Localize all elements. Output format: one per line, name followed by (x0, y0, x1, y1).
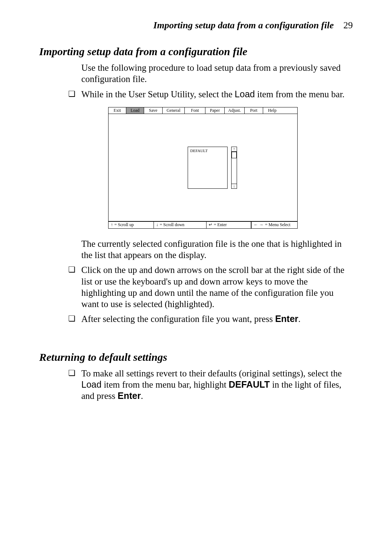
menu-adjust[interactable]: Adjust. (225, 107, 245, 114)
section-body: Use the following procedure to load setu… (81, 62, 353, 85)
status-menu-select-text: = Menu Select (265, 222, 290, 228)
running-head-page: 29 (343, 20, 353, 30)
step-1-pre: While in the User Setup Utility, select … (81, 89, 235, 99)
scroll-down-button[interactable]: ↓ (231, 184, 237, 189)
status-scroll-up-text: = Scroll up (114, 222, 134, 228)
menubar: Exit Load Save General Font Paper Adjust… (108, 107, 298, 114)
step-1-post: item from the menu bar. (255, 89, 344, 99)
scroll-track[interactable] (231, 152, 237, 184)
status-scroll-up: ↑ = Scroll up (109, 222, 154, 228)
page: Importing setup data from a configuratio… (0, 0, 392, 555)
listbox-option-default[interactable]: DEFAULT (188, 147, 227, 154)
step-default-a: To make all settings revert to their def… (81, 368, 342, 378)
step-3-pre: After selecting the configuration file y… (81, 314, 275, 324)
menu-general[interactable]: General (163, 107, 185, 114)
section-title-returning: Returning to default settings (39, 351, 353, 363)
enter-key-icon: ↵ (209, 222, 212, 228)
scroll-up-button[interactable]: ↑ (231, 147, 237, 152)
steps-list-2: Click on the up and down arrows on the s… (68, 264, 353, 325)
step-default: To make all settings revert to their def… (68, 368, 353, 402)
status-scroll-down: ↓ = Scroll down (154, 222, 207, 228)
menu-save[interactable]: Save (144, 107, 163, 114)
step-default-b: item from the menu bar, highlight (102, 380, 229, 389)
steps-list-1: While in the User Setup Utility, select … (68, 89, 353, 100)
status-enter: ↵ = Enter (207, 222, 251, 228)
menu-help[interactable]: Help (263, 107, 281, 114)
after-figure-body: The currently selected configuration fil… (81, 238, 353, 261)
figure-app-window: Exit Load Save General Font Paper Adjust… (108, 107, 298, 229)
step-3-post: . (298, 314, 301, 324)
arrow-down-icon: ↓ (233, 184, 235, 188)
arrow-up-icon: ↑ (111, 222, 113, 228)
menu-font[interactable]: Font (185, 107, 205, 114)
step-default-default: DEFAULT (229, 379, 270, 389)
config-file-listbox[interactable]: DEFAULT (188, 147, 228, 189)
scroll-thumb[interactable] (232, 152, 237, 158)
arrow-up-icon: ↑ (233, 147, 235, 151)
section-title-importing: Importing setup data from a configuratio… (39, 45, 353, 58)
step-1-load: Load (235, 89, 255, 99)
figure: Exit Load Save General Font Paper Adjust… (108, 107, 298, 229)
menu-exit[interactable]: Exit (109, 107, 126, 114)
status-menu-select: ← → = Menu Select (252, 222, 307, 228)
running-head-title: Importing setup data from a configuratio… (154, 20, 334, 30)
step-default-enter: Enter (118, 391, 141, 401)
arrow-down-icon: ↓ (156, 222, 158, 228)
figure-canvas: DEFAULT ↑ ↓ (108, 114, 298, 221)
after-figure-text: The currently selected configuration fil… (81, 238, 353, 261)
status-scroll-down-text: = Scroll down (160, 222, 184, 228)
step-default-load: Load (81, 379, 102, 389)
status-enter-text: = Enter (214, 222, 227, 228)
menu-paper[interactable]: Paper (205, 107, 225, 114)
step-3: After selecting the configuration file y… (68, 313, 353, 325)
running-head: Importing setup data from a configuratio… (39, 20, 353, 31)
left-right-arrows-icon: ← → (254, 222, 264, 228)
steps-list-3: To make all settings revert to their def… (68, 368, 353, 402)
listbox-scrollbar[interactable]: ↑ ↓ (231, 147, 237, 189)
statusbar: ↑ = Scroll up ↓ = Scroll down ↵ = Enter … (108, 221, 298, 229)
step-1: While in the User Setup Utility, select … (68, 89, 353, 100)
step-2: Click on the up and down arrows on the s… (68, 264, 353, 310)
menu-load[interactable]: Load (126, 107, 144, 114)
intro-text: Use the following procedure to load setu… (81, 62, 353, 85)
menu-port[interactable]: Port (245, 107, 263, 114)
step-3-enter: Enter (275, 314, 298, 324)
step-default-d: . (141, 391, 143, 401)
